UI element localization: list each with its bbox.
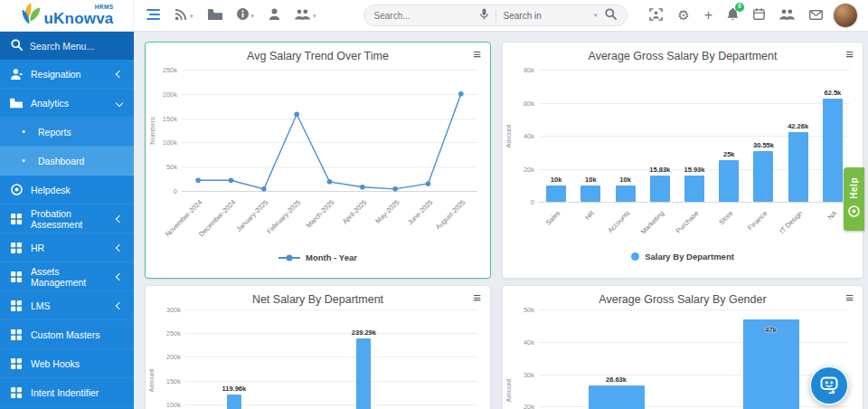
grid-icon bbox=[10, 271, 23, 282]
team-icon bbox=[779, 8, 795, 23]
chevron-left-icon bbox=[116, 272, 123, 280]
rss-icon[interactable]: ▾ bbox=[175, 8, 193, 24]
sidebar-item-resignation[interactable]: Resignation bbox=[0, 60, 134, 89]
y-axis-tick-label: 200k bbox=[154, 353, 181, 361]
gridline bbox=[539, 202, 850, 203]
y-axis-title: Amount bbox=[505, 379, 514, 403]
chart-legend: Salary By Department bbox=[503, 252, 863, 262]
sidebar-item-label: Reports bbox=[38, 127, 71, 138]
bar bbox=[684, 176, 704, 202]
chatbot-button[interactable] bbox=[809, 366, 849, 405]
bar-value-label: 26.63k bbox=[606, 376, 627, 384]
users-icon[interactable]: ▾ bbox=[295, 8, 316, 23]
info-icon[interactable]: ▾ bbox=[237, 8, 255, 23]
search-icon bbox=[11, 39, 23, 52]
bar-value-label: 62.5k bbox=[824, 89, 841, 97]
bar bbox=[719, 160, 739, 202]
bar bbox=[616, 185, 636, 202]
user-icon[interactable] bbox=[269, 8, 280, 23]
gridline bbox=[185, 357, 477, 357]
search-input[interactable] bbox=[374, 11, 473, 21]
gear-icon[interactable]: ⚙ bbox=[677, 8, 689, 23]
lifering-icon bbox=[848, 204, 860, 221]
sidebar-item-custom-masters[interactable]: Custom Masters bbox=[0, 320, 134, 349]
y-axis-title-wrap: Amount bbox=[504, 309, 514, 409]
dashboard-content: Avg Salary Trend Over Time ≡ 050k100k150… bbox=[134, 32, 868, 409]
folder-icon bbox=[208, 8, 222, 23]
sidebar-item-intent-indentifier[interactable]: Intent Indentifier bbox=[0, 378, 134, 407]
sidebar-item-label: Custom Masters bbox=[31, 329, 99, 340]
plus-icon[interactable]: + bbox=[704, 8, 712, 23]
sidebar-item-web-hooks[interactable]: Web Hooks bbox=[0, 349, 134, 378]
app-logo[interactable]: HRMS uKnowva bbox=[0, 0, 134, 32]
sidebar-item-hr[interactable]: HR bbox=[0, 233, 134, 262]
sidebar-item-reports[interactable]: •Reports bbox=[0, 118, 134, 147]
search-icon[interactable] bbox=[605, 7, 617, 24]
x-axis-label: IT Design bbox=[778, 209, 804, 235]
bar-chart-plot: 20k30k40k50kAmount26.63k47k bbox=[503, 286, 863, 409]
sidebar-item-label: Web Hooks bbox=[31, 358, 80, 369]
sidebar-search-input[interactable]: Search Menu... bbox=[0, 32, 134, 60]
card-avg-salary-trend-over-time[interactable]: Avg Salary Trend Over Time ≡ 050k100k150… bbox=[145, 42, 491, 279]
menu-list-icon[interactable] bbox=[146, 8, 160, 23]
plus-icon: + bbox=[704, 8, 712, 23]
search-scope-select[interactable]: Search in ▾ bbox=[504, 11, 598, 21]
divider bbox=[495, 9, 496, 23]
chevron-left-icon bbox=[116, 214, 123, 222]
sidebar-item-assets-management[interactable]: Assets Management bbox=[0, 262, 134, 291]
card-average-gross-salary-by-department[interactable]: Average Gross Salary By Department ≡ 020… bbox=[502, 42, 863, 279]
sidebar-item-label: HR bbox=[31, 243, 44, 253]
bar-value-label: 15.93k bbox=[684, 166, 705, 174]
gridline bbox=[185, 381, 477, 382]
bar-chart-plot: 100k150k200k250k300kAmount119.96k239.29k bbox=[146, 286, 490, 409]
team-icon[interactable] bbox=[779, 8, 795, 23]
chevron-left-icon bbox=[116, 301, 123, 309]
mail-icon bbox=[809, 8, 823, 23]
bar-value-label: 30.55k bbox=[753, 141, 774, 149]
sidebar-item-lms[interactable]: LMS bbox=[0, 291, 134, 320]
user-icon bbox=[269, 8, 280, 23]
calendar-icon[interactable] bbox=[753, 8, 765, 23]
x-axis-label: June-2025 bbox=[405, 198, 433, 226]
grid-icon bbox=[10, 300, 23, 311]
grid-icon bbox=[10, 243, 23, 253]
chevron-down-icon: ▾ bbox=[594, 12, 598, 19]
folder-icon[interactable] bbox=[208, 8, 222, 23]
bar-value-label: 25k bbox=[723, 150, 735, 158]
gridline bbox=[185, 333, 477, 334]
mic-icon[interactable] bbox=[480, 7, 488, 24]
x-axis-label: Accounts bbox=[606, 209, 631, 234]
bar-value-label: 15.83k bbox=[649, 166, 670, 174]
chevron-down-icon bbox=[116, 99, 123, 106]
y-axis-tick-label: 300k bbox=[154, 306, 181, 314]
bar-chart-plot: 020k40k60k80kAmount10k10k10k15.83k15.93k… bbox=[503, 43, 863, 278]
x-axis-label: Sales bbox=[544, 209, 562, 227]
bar bbox=[823, 99, 843, 202]
bar bbox=[356, 338, 371, 409]
bar-value-label: 47k bbox=[765, 326, 777, 334]
sidebar-item-label: Probation Assessment bbox=[31, 208, 108, 230]
x-axis-label: Store bbox=[718, 209, 735, 226]
legend-label: Salary By Department bbox=[645, 252, 734, 262]
legend-marker-icon bbox=[631, 252, 639, 261]
user-avatar[interactable] bbox=[834, 4, 857, 27]
mail-icon[interactable] bbox=[809, 8, 823, 23]
sidebar-item-label: Assets Management bbox=[31, 266, 108, 288]
bar bbox=[227, 395, 241, 409]
gridline bbox=[539, 70, 850, 71]
sidebar-item-dashboard[interactable]: •Dashboard bbox=[0, 147, 134, 176]
y-axis-title-wrap: Amount bbox=[504, 70, 514, 202]
bell-icon[interactable]: 0 bbox=[727, 8, 739, 24]
sidebar-item-probation-assessment[interactable]: Probation Assessment bbox=[0, 204, 134, 233]
card-net-salary-by-department[interactable]: Net Salary By Department ≡ 100k150k200k2… bbox=[145, 285, 491, 409]
sidebar-menu: ResignationAnalytics•Reports•DashboardHe… bbox=[0, 60, 134, 407]
y-axis-tick-label: 100k bbox=[154, 400, 181, 408]
face-scan-icon[interactable] bbox=[649, 8, 663, 24]
grid-icon bbox=[10, 358, 23, 369]
sidebar-item-helpdesk[interactable]: Helpdesk bbox=[0, 176, 134, 204]
bar-value-label: 119.96k bbox=[222, 385, 246, 393]
help-tab[interactable]: Help bbox=[844, 167, 864, 231]
line-series bbox=[146, 43, 490, 196]
sidebar-item-analytics[interactable]: Analytics bbox=[0, 89, 134, 118]
global-search-bar: Search in ▾ bbox=[363, 5, 627, 26]
